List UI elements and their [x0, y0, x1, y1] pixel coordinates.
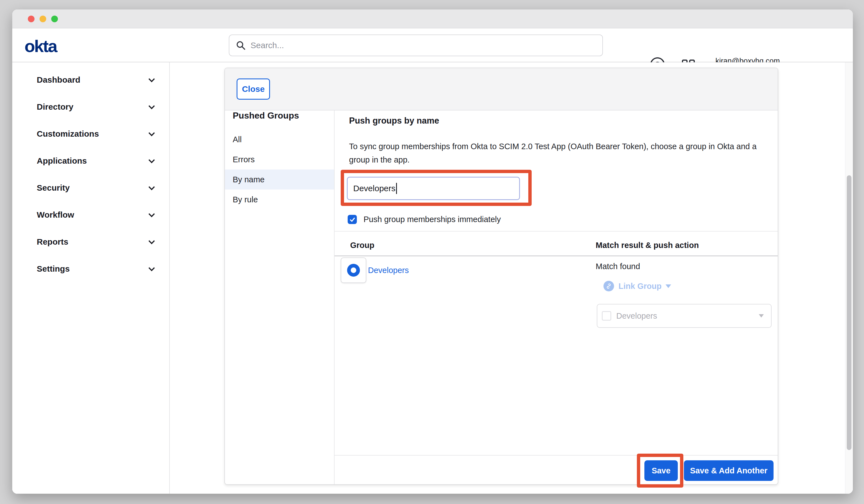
save-add-another-button[interactable]: Save & Add Another — [684, 460, 773, 481]
target-group-value: Developers — [616, 311, 657, 321]
push-immediately-row: Push group memberships immediately — [348, 215, 501, 224]
sidebar-item-reports[interactable]: Reports — [12, 228, 169, 255]
link-group-caret-icon — [665, 285, 671, 288]
sidebar-item-workflow[interactable]: Workflow — [12, 201, 169, 228]
chevron-down-icon — [149, 238, 155, 244]
sidebar-item-dashboard[interactable]: Dashboard — [12, 66, 169, 93]
link-group-button[interactable]: Link Group — [603, 281, 671, 291]
sidebar: Dashboard Directory Customizations Appli… — [12, 62, 170, 494]
nav-item-errors[interactable]: Errors — [225, 149, 334, 169]
sidebar-item-security[interactable]: Security — [12, 174, 169, 201]
chevron-down-icon — [149, 103, 155, 109]
app-body: Dashboard Directory Customizations Appli… — [12, 62, 853, 494]
panel-title: Push groups by name — [349, 116, 439, 126]
checkmark-icon — [349, 216, 356, 223]
column-header-match: Match result & push action — [596, 241, 699, 250]
target-group-icon — [602, 311, 611, 321]
panel-description: To sync group memberships from Okta to S… — [349, 140, 770, 166]
search-input[interactable] — [251, 41, 585, 50]
target-group-select[interactable]: Developers — [597, 304, 771, 328]
browser-window: okta ? kiran@boxyhq.com okta-dev-2090126… — [12, 10, 853, 494]
chevron-down-icon — [149, 130, 155, 136]
group-name-link[interactable]: Developers — [368, 266, 409, 275]
push-by-name-panel: Push groups by name To sync group member… — [335, 110, 778, 484]
link-icon — [603, 281, 614, 291]
group-icon-tile — [341, 257, 366, 283]
push-immediately-label: Push group memberships immediately — [363, 215, 501, 224]
group-search-value: Developers — [353, 184, 396, 193]
close-button[interactable]: Close — [237, 79, 270, 100]
nav-item-by-name[interactable]: By name — [225, 169, 334, 190]
chevron-down-icon — [149, 265, 155, 271]
sidebar-item-applications[interactable]: Applications — [12, 147, 169, 174]
text-cursor — [396, 183, 397, 194]
match-status: Match found — [596, 262, 640, 271]
app-header: okta ? kiran@boxyhq.com okta-dev-2090126… — [12, 28, 853, 62]
sidebar-item-customizations[interactable]: Customizations — [12, 120, 169, 147]
window-titlebar — [12, 10, 853, 28]
scrollbar-thumb[interactable] — [847, 175, 851, 450]
table-top-divider — [335, 231, 778, 231]
chevron-down-icon — [149, 157, 155, 163]
footer-divider — [335, 455, 778, 456]
okta-logo: okta — [24, 36, 57, 56]
scrollbar-track[interactable] — [845, 62, 853, 494]
nav-item-by-rule[interactable]: By rule — [225, 190, 334, 209]
dialog-toolbar: Close — [225, 68, 778, 110]
nav-item-all[interactable]: All — [225, 129, 334, 149]
dialog-main: Pushed Groups All Errors By name By rule… — [225, 110, 778, 484]
save-button[interactable]: Save — [644, 460, 678, 481]
window-zoom-icon[interactable] — [51, 15, 58, 22]
pushed-groups-nav: Pushed Groups All Errors By name By rule — [225, 110, 335, 484]
table-header-underline — [335, 255, 778, 256]
chevron-down-icon — [149, 211, 155, 217]
window-minimize-icon[interactable] — [39, 15, 46, 22]
window-close-icon[interactable] — [28, 15, 35, 22]
sidebar-item-settings[interactable]: Settings — [12, 255, 169, 282]
search-icon — [236, 40, 246, 51]
pushed-groups-title: Pushed Groups — [225, 110, 334, 120]
push-immediately-checkbox[interactable] — [348, 215, 357, 224]
column-header-group: Group — [350, 241, 374, 250]
group-search-input[interactable]: Developers — [347, 177, 520, 200]
chevron-down-icon — [149, 76, 155, 82]
chevron-down-icon — [149, 184, 155, 190]
sidebar-item-directory[interactable]: Directory — [12, 93, 169, 120]
group-icon — [347, 264, 360, 277]
global-search[interactable] — [229, 35, 603, 56]
select-caret-icon — [759, 314, 764, 317]
push-groups-dialog: Close Pushed Groups All Errors By name B… — [224, 68, 778, 485]
link-group-label: Link Group — [619, 281, 662, 291]
